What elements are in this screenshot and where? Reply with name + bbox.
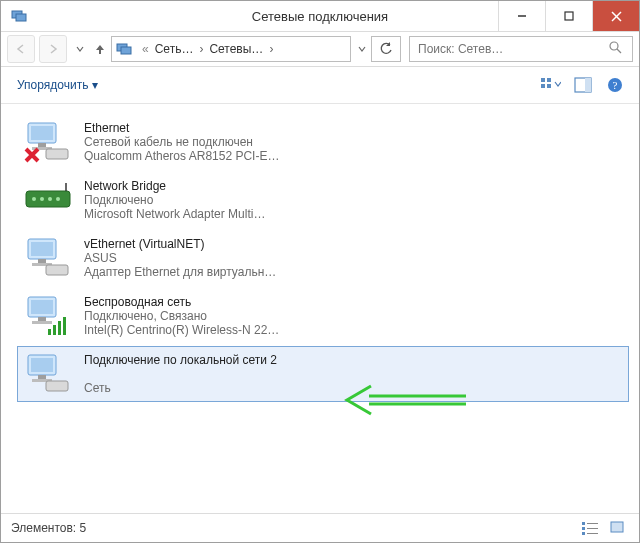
svg-rect-38 [48,329,51,335]
connection-device: Microsoft Network Adapter Multi… [84,207,364,221]
connection-status: Подключено, Связано [84,309,364,323]
svg-rect-22 [46,149,68,159]
svg-rect-39 [53,325,56,335]
chevron-down-icon: ▾ [92,78,98,92]
wifi-icon [22,295,74,337]
svg-rect-20 [38,143,46,147]
svg-point-26 [48,197,52,201]
svg-rect-41 [63,317,66,335]
status-bar: Элементов: 5 [1,513,639,542]
svg-point-8 [610,42,618,50]
connection-item[interactable]: Беспроводная сеть Подключено, Связано In… [17,288,629,344]
organize-button[interactable]: Упорядочить ▾ [11,74,104,96]
connection-item[interactable]: vEthernet (VirtualNET) ASUS Адаптер Ethe… [17,230,629,286]
connection-device: Intel(R) Centrino(R) Wireless-N 22… [84,323,364,337]
svg-rect-10 [541,78,545,82]
connection-item[interactable]: Network Bridge Подключено Microsoft Netw… [17,172,629,228]
connection-device: Адаптер Ethernet для виртуальн… [84,265,364,279]
back-button[interactable] [7,35,35,63]
connection-name: Подключение по локальной сети 2 [84,353,364,367]
organize-label: Упорядочить [17,78,88,92]
svg-rect-35 [31,300,53,314]
svg-rect-53 [582,532,585,535]
status-count: 5 [80,521,87,535]
svg-rect-40 [58,321,61,335]
bridge-icon [22,179,74,221]
nic-icon [22,353,74,395]
large-icons-view-button[interactable] [607,517,629,539]
connection-device: Сеть [84,381,364,395]
svg-rect-50 [587,523,598,524]
svg-rect-43 [31,358,53,372]
svg-rect-11 [547,78,551,82]
navbar: « Сеть… › Сетевы… › [1,32,639,67]
svg-rect-49 [582,522,585,525]
refresh-button[interactable] [371,36,401,62]
connections-list: Ethernet Сетевой кабель не подключен Qua… [1,104,639,513]
breadcrumb-sep-icon: « [136,42,155,56]
svg-line-9 [617,49,621,53]
svg-rect-7 [121,47,131,54]
address-bar[interactable]: « Сеть… › Сетевы… › [111,36,351,62]
explorer-window: Сетевые подключения [0,0,640,543]
connection-status: Сетевой кабель не подключен [84,135,364,149]
recent-locations-button[interactable] [71,36,89,62]
search-icon [609,41,622,57]
help-button[interactable]: ? [601,71,629,99]
svg-text:?: ? [613,79,618,91]
svg-rect-55 [611,522,623,532]
svg-rect-3 [565,12,573,20]
connection-item-selected[interactable]: Подключение по локальной сети 2 Сеть [17,346,629,402]
search-box[interactable] [409,36,633,62]
svg-rect-51 [582,527,585,530]
nic-icon [22,237,74,279]
maximize-button[interactable] [545,1,592,31]
chevron-right-icon[interactable]: › [193,42,209,56]
connection-device: Qualcomm Atheros AR8152 PCI-E… [84,149,364,163]
close-button[interactable] [592,1,639,31]
svg-rect-44 [38,375,46,379]
command-bar: Упорядочить ▾ ? [1,67,639,104]
connection-status: Подключено [84,193,364,207]
svg-rect-19 [31,126,53,140]
preview-pane-button[interactable] [569,71,597,99]
app-icon [11,8,27,24]
svg-point-24 [32,197,36,201]
forward-button[interactable] [39,35,67,63]
svg-rect-15 [585,78,591,92]
chevron-right-icon[interactable]: › [263,42,279,56]
connection-name: Ethernet [84,121,364,135]
connection-name: vEthernet (VirtualNET) [84,237,364,251]
svg-rect-37 [32,321,52,324]
breadcrumb-seg-1[interactable]: Сеть… [155,42,194,56]
svg-rect-52 [587,528,598,529]
svg-point-25 [40,197,44,201]
svg-rect-30 [31,242,53,256]
connection-name: Беспроводная сеть [84,295,364,309]
view-options-button[interactable] [537,71,565,99]
svg-rect-12 [541,84,545,88]
titlebar: Сетевые подключения [1,1,639,32]
svg-rect-13 [547,84,551,88]
svg-rect-1 [16,14,26,21]
up-button[interactable] [91,36,109,62]
connection-name: Network Bridge [84,179,364,193]
details-view-button[interactable] [579,517,601,539]
connection-item[interactable]: Ethernet Сетевой кабель не подключен Qua… [17,114,629,170]
search-input[interactable] [416,41,609,57]
window-controls [498,1,639,31]
svg-rect-33 [46,265,68,275]
svg-rect-46 [46,381,68,391]
location-icon [116,41,132,57]
svg-point-27 [56,197,60,201]
connection-status: ASUS [84,251,364,265]
svg-rect-54 [587,533,598,534]
minimize-button[interactable] [498,1,545,31]
svg-rect-36 [38,317,46,321]
status-label: Элементов: [11,521,76,535]
address-dropdown-button[interactable] [355,36,369,62]
breadcrumb-seg-2[interactable]: Сетевы… [209,42,263,56]
svg-rect-31 [38,259,46,263]
nic-disconnected-icon [22,121,74,163]
